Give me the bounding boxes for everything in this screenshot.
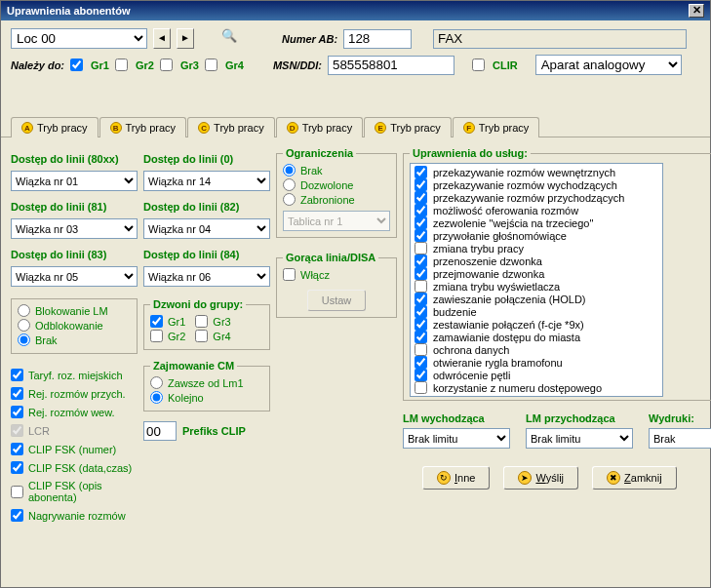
perm-item[interactable]: budzenie xyxy=(413,305,660,318)
perm-item[interactable]: przenoszenie dzwonka xyxy=(413,255,660,267)
perm-checkbox[interactable] xyxy=(415,242,427,255)
perm-checkbox[interactable] xyxy=(415,318,427,331)
dzwoni-gr2-checkbox[interactable] xyxy=(150,330,163,342)
wydruki-label: Wydruki: xyxy=(649,412,711,424)
perm-checkbox[interactable] xyxy=(415,229,427,242)
perm-item[interactable]: korzystanie z numeru dostępowego xyxy=(413,381,660,394)
next-button[interactable]: ► xyxy=(177,28,194,49)
perm-checkbox[interactable] xyxy=(415,343,427,356)
tab-c[interactable]: CTryb pracy xyxy=(187,117,275,137)
perm-label: przywołanie głośnomówiące xyxy=(433,230,567,242)
perm-label: ochrona danych xyxy=(433,344,509,356)
binoculars-icon[interactable]: 🔍 xyxy=(217,28,241,49)
perm-item[interactable]: zamawianie dostępu do miasta xyxy=(413,331,660,343)
zajm-kolejno-radio[interactable] xyxy=(150,391,163,404)
perm-checkbox[interactable] xyxy=(415,356,427,369)
blok-brak-radio[interactable] xyxy=(18,333,30,346)
goraca-wlacz-checkbox[interactable] xyxy=(283,268,296,281)
perm-checkbox[interactable] xyxy=(415,216,427,229)
device-type-select[interactable]: Aparat analogowy xyxy=(535,55,682,75)
perm-label: zmiana trybu wyświetlacza xyxy=(433,281,560,293)
wydruki-select[interactable]: Brak xyxy=(649,428,711,449)
perm-item[interactable]: zezwolenie "wejścia na trzeciego" xyxy=(413,216,660,229)
lm-out-select[interactable]: Brak limitu xyxy=(403,428,510,449)
msn-input[interactable] xyxy=(328,56,454,75)
perm-checkbox[interactable] xyxy=(415,255,427,267)
tab-e[interactable]: ETryb pracy xyxy=(364,117,452,137)
prefiks-input[interactable] xyxy=(143,421,177,441)
perm-item[interactable]: zmiana trybu pracy xyxy=(413,242,660,255)
dzwoni-gr3-checkbox[interactable] xyxy=(195,315,208,328)
permissions-list[interactable]: przekazywanie rozmów wewnętrznychprzekaz… xyxy=(410,163,663,397)
odblok-radio[interactable] xyxy=(18,319,30,332)
perm-checkbox[interactable] xyxy=(415,280,427,293)
perm-checkbox[interactable] xyxy=(415,178,427,191)
blok-lm-radio[interactable] xyxy=(18,304,30,317)
numer-ab-input[interactable] xyxy=(343,29,412,49)
access-0-select[interactable]: Wiązka nr 14 xyxy=(143,171,270,191)
dzwoni-gr1-checkbox[interactable] xyxy=(150,315,163,328)
clip-data-checkbox[interactable] xyxy=(11,461,23,474)
lcr-checkbox xyxy=(11,424,23,437)
perm-item[interactable]: zestawianie połączeń (f-cje *9x) xyxy=(413,318,660,331)
perm-label: zamawianie dostępu do miasta xyxy=(433,332,580,343)
perm-checkbox[interactable] xyxy=(415,204,427,216)
access-81-select[interactable]: Wiązka nr 03 xyxy=(11,218,138,239)
perm-item[interactable]: przekazywanie rozmów wewnętrznych xyxy=(413,166,660,178)
rej-przych-checkbox[interactable] xyxy=(11,387,23,400)
tab-b[interactable]: BTryb pracy xyxy=(99,117,187,137)
perm-item[interactable]: przekazywanie rozmów wychodzących xyxy=(413,178,660,191)
prev-button[interactable]: ◄ xyxy=(153,28,171,49)
tab-f[interactable]: FTryb pracy xyxy=(453,117,540,137)
perm-item[interactable]: ochrona danych xyxy=(413,343,660,356)
dzwoni-legend: Dzwoni do grupy: xyxy=(150,298,246,310)
access-80xx-select[interactable]: Wiązka nr 01 xyxy=(11,171,138,191)
gr2-checkbox[interactable] xyxy=(115,59,128,71)
lm-in-select[interactable]: Brak limitu xyxy=(526,428,633,449)
tab-a[interactable]: ATryb pracy xyxy=(11,117,99,137)
ogr-zabr-radio[interactable] xyxy=(283,193,296,206)
gr4-checkbox[interactable] xyxy=(205,59,217,71)
access-83-select[interactable]: Wiązka nr 05 xyxy=(11,266,138,287)
perm-item[interactable]: odwrócenie pętli xyxy=(413,369,660,381)
perm-checkbox[interactable] xyxy=(415,191,427,204)
perm-item[interactable]: możliwość oferowania rozmów xyxy=(413,204,660,216)
ogr-brak-radio[interactable] xyxy=(283,164,296,176)
perm-checkbox[interactable] xyxy=(415,305,427,318)
gr3-checkbox[interactable] xyxy=(160,59,173,71)
perm-item[interactable]: przekazywanie rozmów przychodzących xyxy=(413,191,660,204)
ogr-dozw-radio[interactable] xyxy=(283,178,296,191)
perm-item[interactable]: przejmowanie dzwonka xyxy=(413,267,660,280)
perm-checkbox[interactable] xyxy=(415,166,427,178)
perm-label: możliwość oferowania rozmów xyxy=(433,205,578,216)
zamknij-button[interactable]: ✖Zamknij xyxy=(592,466,677,490)
perm-checkbox[interactable] xyxy=(415,381,427,394)
wyslij-button[interactable]: ➤Wyślij xyxy=(503,466,578,490)
dzwoni-gr4-checkbox[interactable] xyxy=(195,330,208,342)
perm-checkbox[interactable] xyxy=(415,369,427,381)
access-84-select[interactable]: Wiązka nr 06 xyxy=(143,266,270,287)
perm-item[interactable]: otwieranie rygla bramofonu xyxy=(413,356,660,369)
access-82-select[interactable]: Wiązka nr 04 xyxy=(143,218,270,239)
rej-wew-checkbox[interactable] xyxy=(11,406,23,418)
perm-legend: Uprawnienia do usług: xyxy=(410,147,531,159)
perm-item[interactable]: zmiana trybu wyświetlacza xyxy=(413,280,660,293)
tab-d[interactable]: DTryb pracy xyxy=(276,117,364,137)
perm-checkbox[interactable] xyxy=(415,267,427,280)
perm-checkbox[interactable] xyxy=(415,293,427,305)
gr1-checkbox[interactable] xyxy=(70,59,83,71)
loc-select[interactable]: Loc 00 xyxy=(11,28,147,49)
taryf-checkbox[interactable] xyxy=(11,369,23,381)
zajm-lm1-radio[interactable] xyxy=(150,376,163,389)
perm-label: zawieszanie połączenia (HOLD) xyxy=(433,294,586,305)
clir-checkbox[interactable] xyxy=(472,59,485,71)
perm-checkbox[interactable] xyxy=(415,331,427,343)
zamknij-icon: ✖ xyxy=(607,471,620,485)
clip-numer-checkbox[interactable] xyxy=(11,443,23,455)
nagrywanie-checkbox[interactable] xyxy=(11,509,23,522)
clip-opis-checkbox[interactable] xyxy=(11,486,23,498)
inne-button[interactable]: ↻Inne xyxy=(422,466,490,490)
close-icon[interactable]: ✕ xyxy=(689,4,704,18)
perm-item[interactable]: przywołanie głośnomówiące xyxy=(413,229,660,242)
perm-item[interactable]: zawieszanie połączenia (HOLD) xyxy=(413,293,660,305)
